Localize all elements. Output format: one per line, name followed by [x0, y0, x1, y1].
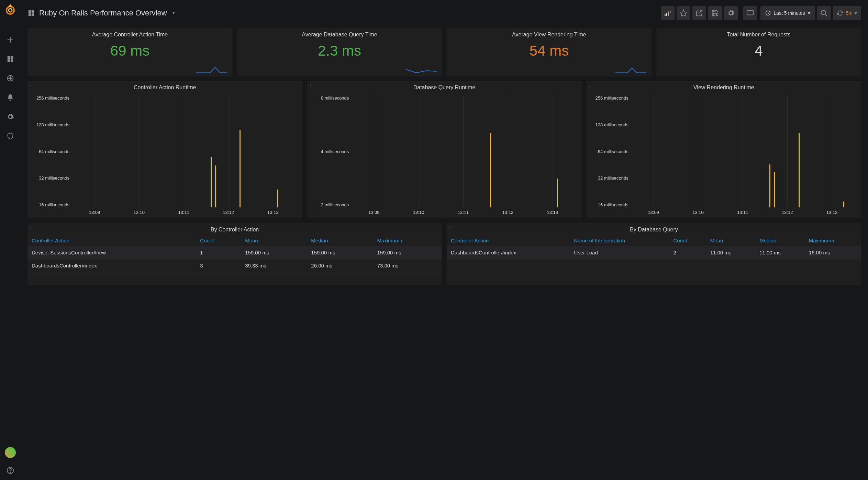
zoom-out-button[interactable] [817, 6, 831, 20]
table-cell: 26.00 ms [307, 259, 373, 272]
time-range-picker[interactable]: Last 5 minutes ▾ [760, 6, 815, 20]
grafana-logo[interactable] [3, 3, 17, 16]
table-header[interactable]: Median [307, 235, 373, 246]
y-tick: 256 milliseconds [31, 95, 69, 101]
chart-bar [769, 164, 770, 207]
refresh-button[interactable]: 5m ▾ [833, 6, 861, 20]
chart-bar [490, 133, 491, 207]
chart-row: i Controller Action Runtime 256 millisec… [27, 81, 861, 218]
table-link[interactable]: Devise::SessionsController#new [32, 250, 106, 255]
refresh-icon [837, 10, 843, 16]
x-tick: 13:09 [89, 210, 100, 215]
sidebar-dashboards[interactable] [3, 52, 17, 66]
table-header[interactable]: Mean [706, 235, 756, 246]
table-row[interactable]: Devise::SessionsController#new1159.00 ms… [27, 246, 442, 259]
sidebar-admin[interactable] [3, 129, 17, 143]
stat-value: 4 [656, 43, 861, 59]
chart-bar [843, 202, 844, 207]
svg-rect-15 [668, 12, 669, 16]
sidebar-help[interactable] [3, 464, 17, 477]
topbar: Ruby On Rails Performance Overview ▾ + [27, 3, 861, 23]
y-tick: 2 milliseconds [310, 202, 349, 207]
table-link[interactable]: DashboardsController#index [32, 263, 97, 268]
chart-bar [557, 179, 558, 207]
chart-bar [277, 190, 278, 207]
y-tick: 16 milliseconds [590, 202, 628, 207]
cycle-view-button[interactable] [743, 6, 757, 20]
stat-panel[interactable]: Average View Rendering Time 54 ms [447, 28, 652, 76]
svg-rect-4 [8, 59, 10, 62]
share-button[interactable] [692, 6, 706, 20]
table-header[interactable]: Mean [241, 235, 307, 246]
table-header[interactable]: Maximum [805, 235, 861, 246]
stat-value: 69 ms [27, 43, 232, 59]
chart-panel[interactable]: i Database Query Runtime 8 milliseconds4… [307, 81, 581, 218]
table-header[interactable]: Count [669, 235, 706, 246]
y-tick: 4 milliseconds [310, 149, 349, 154]
x-tick: 13:09 [368, 210, 380, 215]
stat-panel[interactable]: Average Database Query Time 2.3 ms [237, 28, 442, 76]
info-icon[interactable]: i [30, 225, 31, 230]
table-header[interactable]: Median [755, 235, 805, 246]
x-axis: 13:0913:1013:1113:1213:13 [72, 210, 295, 215]
stat-panel[interactable]: Total Number of Requests 4 [656, 28, 861, 76]
y-axis: 8 milliseconds4 milliseconds2 millisecon… [310, 95, 352, 215]
chart-bar [211, 157, 212, 207]
table-header[interactable]: Controller Action [27, 235, 196, 246]
info-icon[interactable]: i [30, 83, 31, 88]
table-header[interactable]: Maximum [373, 235, 442, 246]
stat-panel[interactable]: Average Controller Action Time 69 ms [27, 28, 232, 76]
panel-title: By Database Query [447, 223, 861, 235]
chart-panel[interactable]: i Controller Action Runtime 256 millisec… [27, 81, 302, 218]
sparkline [196, 67, 229, 74]
svg-rect-12 [32, 13, 34, 16]
table-header[interactable]: Count [196, 235, 241, 246]
sidebar [0, 0, 21, 480]
sidebar-explore[interactable] [3, 71, 17, 85]
table-cell: 2 [669, 246, 706, 259]
panel-title: Average View Rendering Time [447, 28, 652, 40]
chart-bar [799, 133, 800, 207]
info-icon[interactable]: i [589, 83, 590, 88]
x-tick: 13:12 [502, 210, 514, 215]
table-header[interactable]: Name of the operation [570, 235, 669, 246]
svg-point-19 [821, 10, 825, 15]
svg-rect-14 [666, 13, 667, 16]
sidebar-add[interactable] [3, 33, 17, 47]
svg-rect-17 [747, 11, 753, 15]
sidebar-config[interactable] [3, 110, 17, 124]
table-header[interactable]: Controller Action [447, 235, 570, 246]
table-row[interactable]: DashboardsController#index339.33 ms26.00… [27, 259, 442, 272]
add-panel-button[interactable]: + [661, 6, 675, 20]
plot-area[interactable]: 13:0913:1013:1113:1213:13 [631, 95, 854, 215]
star-button[interactable] [677, 6, 690, 20]
chart-bar [215, 165, 216, 207]
info-icon[interactable]: i [310, 83, 311, 88]
svg-rect-11 [29, 13, 31, 16]
y-axis: 256 milliseconds128 milliseconds64 milli… [590, 95, 631, 215]
table-cell: 159.00 ms [373, 246, 442, 259]
settings-button[interactable] [724, 6, 738, 20]
chart-panel[interactable]: i View Rendering Runtime 256 millisecond… [587, 81, 861, 218]
y-tick: 64 milliseconds [31, 149, 69, 154]
plot-area[interactable]: 13:0913:1013:1113:1213:13 [352, 95, 575, 215]
table-cell: 39.33 ms [241, 259, 307, 272]
table-link[interactable]: DashboardsController#index [451, 250, 516, 255]
table-cell: 11.00 ms [755, 246, 805, 259]
x-tick: 13:10 [134, 210, 145, 215]
x-tick: 13:12 [782, 210, 793, 215]
info-icon[interactable]: i [449, 225, 450, 230]
y-tick: 128 milliseconds [31, 122, 69, 127]
save-button[interactable] [708, 6, 722, 20]
dashboard-title-picker[interactable]: Ruby On Rails Performance Overview ▾ [27, 9, 175, 18]
sidebar-alerting[interactable] [3, 91, 17, 104]
x-tick: 13:10 [692, 210, 704, 215]
x-tick: 13:10 [413, 210, 424, 215]
table-row[interactable]: DashboardsController#indexUser Load211.0… [447, 246, 861, 259]
y-tick: 128 milliseconds [590, 122, 628, 127]
table-cell: 159.00 ms [241, 246, 307, 259]
refresh-interval: 5m [843, 10, 853, 16]
svg-rect-5 [11, 59, 13, 62]
plot-area[interactable]: 13:0913:1013:1113:1213:13 [72, 95, 295, 215]
user-avatar[interactable] [5, 447, 16, 458]
